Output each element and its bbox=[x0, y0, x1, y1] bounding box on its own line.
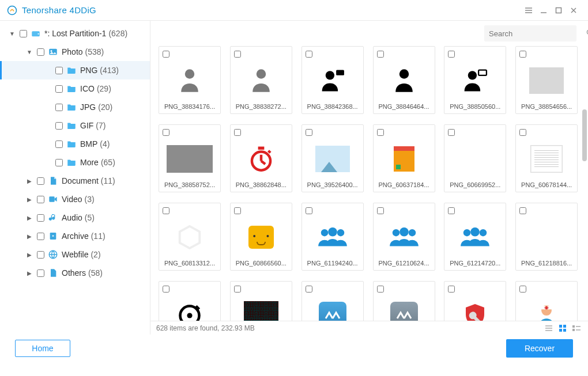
file-item[interactable]: PNG_38846464... bbox=[373, 46, 435, 114]
checkbox[interactable] bbox=[37, 48, 44, 56]
file-item[interactable]: PNG_38854656... bbox=[515, 46, 578, 114]
home-button[interactable]: Home bbox=[15, 340, 70, 357]
checkbox[interactable] bbox=[448, 286, 455, 293]
checkbox[interactable] bbox=[234, 129, 241, 136]
checkbox[interactable] bbox=[519, 51, 526, 58]
scrollbar-thumb[interactable] bbox=[582, 109, 587, 161]
chevron-down-icon: ▼ bbox=[25, 49, 33, 55]
file-item[interactable]: PNG_61210624... bbox=[373, 203, 435, 271]
sidebar-item-more[interactable]: More (65) bbox=[0, 153, 150, 172]
sidebar-item-jpg[interactable]: JPG (20) bbox=[0, 98, 150, 116]
file-item[interactable]: PNG_38862848... bbox=[230, 124, 292, 192]
search-input[interactable] bbox=[489, 29, 586, 38]
app-box-icon bbox=[319, 302, 346, 321]
checkbox[interactable] bbox=[163, 207, 169, 214]
label: Others bbox=[62, 268, 86, 278]
checkbox[interactable] bbox=[37, 177, 44, 185]
folder-icon bbox=[66, 139, 77, 149]
checkbox[interactable] bbox=[55, 85, 63, 93]
checkbox[interactable] bbox=[448, 129, 455, 136]
checkbox[interactable] bbox=[448, 207, 455, 214]
sidebar-item-root[interactable]: ▼ *: Lost Partition-1 (628) bbox=[0, 24, 150, 43]
search-box[interactable] bbox=[484, 25, 576, 41]
sidebar-item-ico[interactable]: ICO (29) bbox=[0, 79, 150, 98]
checkbox[interactable] bbox=[377, 286, 384, 293]
checkbox[interactable] bbox=[37, 196, 44, 203]
checkbox[interactable] bbox=[55, 159, 63, 166]
file-item[interactable]: PNG_38842368... bbox=[301, 46, 364, 114]
file-item[interactable]: PNG_61214720... bbox=[444, 203, 506, 271]
view-cards-icon[interactable] bbox=[571, 324, 582, 333]
file-item[interactable]: PNG_60669952... bbox=[444, 124, 506, 192]
checkbox[interactable] bbox=[377, 129, 384, 136]
svg-point-3 bbox=[37, 33, 39, 35]
checkbox[interactable] bbox=[55, 67, 63, 74]
file-item[interactable]: PNG_38838272... bbox=[230, 46, 292, 114]
count: (11) bbox=[91, 231, 105, 241]
minimize-icon[interactable] bbox=[536, 3, 551, 18]
file-item[interactable]: PNG_38850560... bbox=[444, 46, 506, 114]
checkbox[interactable] bbox=[377, 207, 384, 214]
checkbox[interactable] bbox=[306, 51, 312, 58]
chevron-right-icon: ▶ bbox=[25, 233, 33, 240]
file-item[interactable]: PNG_75350016... bbox=[515, 281, 578, 321]
file-item[interactable]: PNG_60678144... bbox=[515, 124, 578, 192]
file-item[interactable]: PNG_61218816... bbox=[515, 203, 578, 271]
checkbox[interactable] bbox=[377, 51, 384, 58]
checkbox[interactable] bbox=[55, 122, 63, 130]
close-icon[interactable] bbox=[566, 3, 581, 18]
file-item[interactable]: PNG_61222912... bbox=[159, 281, 221, 321]
checkbox[interactable] bbox=[163, 51, 169, 58]
svg-point-13 bbox=[325, 71, 334, 79]
file-item[interactable]: PNG_39526400... bbox=[301, 124, 364, 192]
checkbox[interactable] bbox=[519, 207, 526, 214]
thumbnail-noise bbox=[244, 301, 278, 321]
sidebar-item-archive[interactable]: ▶ Archive (11) bbox=[0, 227, 150, 245]
recover-button[interactable]: Recover bbox=[506, 339, 573, 358]
sidebar-item-photo[interactable]: ▼ Photo (538) bbox=[0, 43, 150, 61]
file-item[interactable]: PNG_60637184... bbox=[373, 124, 435, 192]
checkbox[interactable] bbox=[20, 30, 27, 37]
sidebar-item-webfile[interactable]: ▶ Webfile (2) bbox=[0, 245, 150, 264]
checkbox[interactable] bbox=[37, 233, 44, 240]
maximize-icon[interactable] bbox=[551, 3, 566, 18]
file-item[interactable]: PNG_61194240... bbox=[301, 203, 364, 271]
checkbox[interactable] bbox=[306, 129, 312, 136]
checkbox[interactable] bbox=[163, 129, 169, 136]
sidebar-item-gif[interactable]: GIF (7) bbox=[0, 116, 150, 135]
svg-rect-8 bbox=[52, 236, 54, 237]
file-item[interactable]: PNG_75341824... bbox=[373, 281, 435, 321]
svg-rect-17 bbox=[478, 70, 487, 75]
file-name: PNG_60637184... bbox=[377, 181, 431, 188]
sidebar-item-video[interactable]: ▶ Video (3) bbox=[0, 190, 150, 208]
sidebar-item-others[interactable]: ▶ Others (58) bbox=[0, 264, 150, 282]
sidebar-item-audio[interactable]: ▶ Audio (5) bbox=[0, 208, 150, 227]
checkbox[interactable] bbox=[448, 51, 455, 58]
checkbox[interactable] bbox=[37, 214, 44, 222]
checkbox[interactable] bbox=[163, 286, 169, 293]
sidebar-item-bmp[interactable]: BMP (4) bbox=[0, 135, 150, 153]
checkbox[interactable] bbox=[519, 286, 526, 293]
view-list-icon[interactable] bbox=[543, 324, 555, 333]
view-grid-icon[interactable] bbox=[557, 324, 568, 333]
file-item[interactable]: PNG_75345920... bbox=[444, 281, 506, 321]
checkbox[interactable] bbox=[306, 207, 312, 214]
checkbox[interactable] bbox=[234, 51, 241, 58]
menu-icon[interactable] bbox=[521, 3, 536, 18]
checkbox[interactable] bbox=[306, 286, 312, 293]
file-item[interactable]: PNG_75337728... bbox=[301, 281, 364, 321]
checkbox[interactable] bbox=[234, 207, 241, 214]
checkbox[interactable] bbox=[37, 251, 44, 259]
checkbox[interactable] bbox=[37, 269, 44, 277]
file-item[interactable]: PNG_38834176... bbox=[159, 46, 221, 114]
checkbox[interactable] bbox=[55, 140, 63, 148]
checkbox[interactable] bbox=[519, 129, 526, 136]
sidebar-item-document[interactable]: ▶ Document (11) bbox=[0, 172, 150, 190]
checkbox[interactable] bbox=[234, 286, 241, 293]
file-item[interactable]: PNG_60813312... bbox=[159, 203, 221, 271]
checkbox[interactable] bbox=[55, 104, 63, 111]
file-item[interactable]: ••PNG_60866560... bbox=[230, 203, 292, 271]
sidebar-item-png[interactable]: PNG (413) bbox=[0, 61, 150, 79]
file-item[interactable]: PNG_67330048... bbox=[230, 281, 292, 321]
file-item[interactable]: PNG_38858752... bbox=[159, 124, 221, 192]
